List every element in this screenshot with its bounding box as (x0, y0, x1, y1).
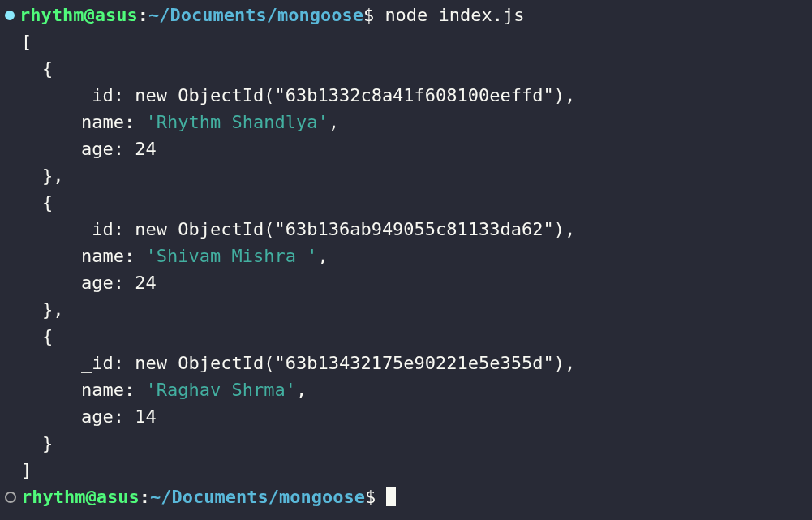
output-open-bracket: [ (0, 28, 812, 55)
bullet-inactive-icon (5, 492, 16, 503)
field-name: name: 'Rhythm Shandlya', (0, 109, 812, 135)
field-id: _id: new ObjectId("63b1332c8a41f608100ee… (0, 82, 812, 109)
output-close-bracket: ] (0, 457, 812, 483)
object-close-brace: }, (0, 162, 812, 189)
cursor-icon (386, 487, 396, 506)
prompt-path: ~/Documents/mongoose (148, 5, 363, 25)
field-age: age: 24 (0, 135, 812, 162)
object-open-brace: { (0, 323, 812, 350)
field-id: _id: new ObjectId("63b13432175e90221e5e3… (0, 350, 812, 376)
bullet-active-icon (5, 11, 15, 20)
field-id: _id: new ObjectId("63b136ab949055c81133d… (0, 216, 812, 243)
field-name: name: 'Shivam Mishra ', (0, 243, 812, 269)
terminal[interactable]: rhythm@asus:~/Documents/mongoose$ node i… (0, 0, 812, 512)
object-close-brace: } (0, 430, 812, 457)
field-age: age: 24 (0, 269, 812, 296)
object-open-brace: { (0, 189, 812, 216)
prompt-line-1: rhythm@asus:~/Documents/mongoose$ node i… (0, 2, 812, 28)
prompt-line-2[interactable]: rhythm@asus:~/Documents/mongoose$ (0, 483, 812, 510)
prompt-path: ~/Documents/mongoose (150, 487, 365, 507)
field-age: age: 14 (0, 403, 812, 430)
field-name: name: 'Raghav Shrma', (0, 376, 812, 403)
object-open-brace: { (0, 55, 812, 82)
user-host: rhythm@asus (21, 487, 140, 507)
user-host: rhythm@asus (19, 5, 138, 25)
command-text: node index.js (385, 5, 524, 25)
object-close-brace: }, (0, 296, 812, 323)
